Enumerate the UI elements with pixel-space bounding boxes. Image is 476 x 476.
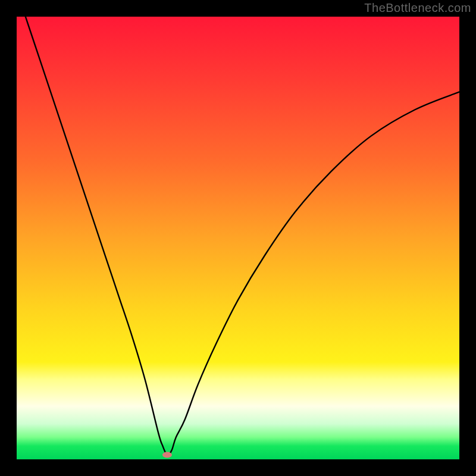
- watermark-text: TheBottleneck.com: [364, 1, 471, 15]
- chart-frame: TheBottleneck.com: [0, 0, 476, 476]
- curve-path: [26, 17, 459, 455]
- minimum-marker: [162, 452, 172, 458]
- bottleneck-curve: [17, 17, 459, 459]
- plot-area: [17, 17, 459, 459]
